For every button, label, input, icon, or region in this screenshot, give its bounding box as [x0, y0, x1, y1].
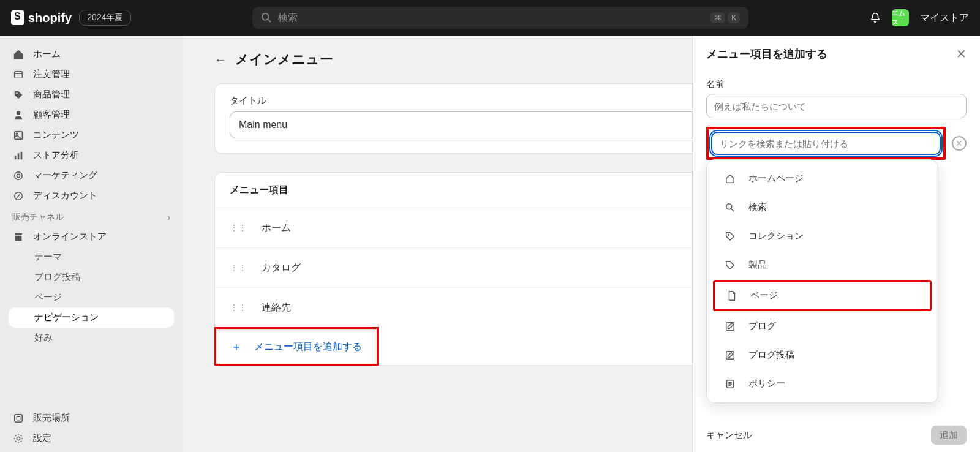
- drag-handle-icon[interactable]: ⋮⋮: [230, 263, 247, 273]
- panel-footer: キャンセル 追加: [693, 418, 980, 452]
- sidebar-item-label: ディスカウント: [33, 190, 97, 202]
- svg-point-3: [16, 92, 17, 94]
- avatar[interactable]: エムス: [892, 9, 909, 26]
- page-title: メインメニュー: [235, 50, 333, 69]
- search-placeholder: 検索: [278, 12, 298, 24]
- plus-icon: ＋: [231, 339, 242, 354]
- global-search[interactable]: 検索 ⌘ K: [252, 7, 748, 29]
- close-icon[interactable]: ✕: [956, 47, 967, 61]
- svg-rect-14: [17, 416, 20, 420]
- shopify-bag-icon: [11, 10, 24, 25]
- sidebar-item-customers[interactable]: 顧客管理: [0, 105, 183, 125]
- name-input[interactable]: [706, 94, 967, 118]
- sidebar-item-home[interactable]: ホーム: [0, 44, 183, 64]
- svg-line-17: [731, 208, 734, 211]
- link-input[interactable]: [711, 132, 941, 155]
- policy-icon: [724, 379, 736, 390]
- sidebar-item-marketing[interactable]: マーケティング: [0, 165, 183, 186]
- cancel-button[interactable]: キャンセル: [706, 426, 752, 445]
- drag-handle-icon[interactable]: ⋮⋮: [230, 303, 247, 312]
- shopify-logo[interactable]: shopify: [11, 10, 72, 25]
- sidebar: ホーム 注文管理 商品管理 顧客管理 コンテンツ ストア分析 マーケティング デ…: [0, 36, 183, 452]
- sales-channels-head[interactable]: 販売チャネル ›: [0, 206, 183, 227]
- tag-icon: [12, 89, 24, 100]
- add-menu-item-panel: メニュー項目を追加する ✕ 名前 ✕ ホームページ 検索 コレクション: [692, 36, 980, 452]
- sidebar-item-label: 顧客管理: [33, 109, 70, 121]
- sidebar-item-label: ストア分析: [33, 149, 79, 161]
- link-options-dropdown: ホームページ 検索 コレクション 製品 ページ ブログ: [706, 159, 938, 403]
- sidebar-item-label: 商品管理: [33, 89, 70, 100]
- product-icon: [724, 260, 736, 271]
- pos-icon: [12, 413, 24, 424]
- store-icon: [12, 232, 24, 243]
- sidebar-item-label: オンラインストア: [33, 231, 107, 243]
- content-icon: [12, 130, 24, 141]
- sidebar-item-label: 販売場所: [33, 412, 70, 424]
- sidebar-item-analytics[interactable]: ストア分析: [0, 145, 183, 165]
- sidebar-sub-blog[interactable]: ブログ投稿: [0, 267, 183, 287]
- sidebar-item-products[interactable]: 商品管理: [0, 85, 183, 105]
- svg-rect-8: [18, 153, 20, 159]
- brand-text: shopify: [28, 11, 72, 25]
- name-label: 名前: [706, 78, 967, 90]
- add-menu-item-button[interactable]: ＋ メニュー項目を追加する: [216, 329, 377, 364]
- clear-icon[interactable]: ✕: [952, 136, 967, 151]
- menu-row-label: 連絡先: [262, 301, 291, 314]
- blog-icon: [724, 321, 736, 332]
- sidebar-item-label: ホーム: [33, 48, 61, 60]
- kbd-k: K: [728, 12, 740, 23]
- panel-body: 名前 ✕ ホームページ 検索 コレクション 製品: [693, 72, 980, 418]
- sidebar-item-online-store[interactable]: オンラインストア: [0, 227, 183, 247]
- sidebar-item-content[interactable]: コンテンツ: [0, 125, 183, 145]
- add-button[interactable]: 追加: [931, 426, 967, 445]
- svg-point-11: [17, 174, 20, 177]
- menu-row-label: カタログ: [262, 262, 301, 274]
- svg-rect-2: [15, 71, 23, 78]
- sidebar-item-discounts[interactable]: ディスカウント: [0, 186, 183, 206]
- sidebar-item-label: コンテンツ: [33, 129, 79, 141]
- sidebar-item-settings[interactable]: 設定: [0, 428, 183, 448]
- drag-handle-icon[interactable]: ⋮⋮: [230, 223, 247, 233]
- sidebar-sub-pages[interactable]: ページ: [0, 287, 183, 307]
- sidebar-item-label: マーケティング: [33, 170, 97, 181]
- dd-option-blogs[interactable]: ブログ: [713, 312, 932, 340]
- store-name[interactable]: マイストア: [920, 12, 969, 24]
- back-arrow-icon[interactable]: ←: [214, 53, 227, 67]
- home-icon: [724, 173, 736, 184]
- svg-point-6: [16, 132, 18, 134]
- discount-icon: [12, 190, 24, 202]
- sidebar-item-orders[interactable]: 注文管理: [0, 64, 183, 85]
- season-badge[interactable]: 2024年夏: [79, 10, 131, 26]
- add-item-highlight: ＋ メニュー項目を追加する: [214, 327, 379, 366]
- topbar: shopify 2024年夏 検索 ⌘ K エムス マイストア: [0, 0, 980, 36]
- svg-rect-13: [15, 414, 23, 422]
- sidebar-sub-navigation[interactable]: ナビゲーション: [9, 307, 174, 328]
- dd-option-products[interactable]: 製品: [713, 251, 932, 279]
- svg-point-4: [17, 111, 20, 115]
- gear-icon: [12, 433, 24, 444]
- sidebar-item-label: 設定: [33, 432, 51, 444]
- search-shortcut: ⌘ K: [710, 12, 740, 23]
- kbd-cmd: ⌘: [710, 12, 725, 23]
- svg-line-1: [268, 20, 271, 23]
- target-icon: [12, 170, 24, 181]
- add-item-label: メニュー項目を追加する: [254, 341, 362, 353]
- orders-icon: [12, 69, 24, 80]
- sidebar-item-pos[interactable]: 販売場所: [0, 408, 183, 428]
- dd-option-blog-posts[interactable]: ブログ投稿: [713, 341, 932, 369]
- person-icon: [12, 110, 24, 121]
- chart-icon: [12, 150, 24, 161]
- svg-point-10: [15, 171, 23, 179]
- dd-option-collection[interactable]: コレクション: [713, 222, 932, 250]
- dd-option-homepage[interactable]: ホームページ: [713, 165, 932, 192]
- sidebar-sub-themes[interactable]: テーマ: [0, 247, 183, 267]
- bell-icon[interactable]: [870, 12, 881, 23]
- dd-option-policies[interactable]: ポリシー: [713, 370, 932, 397]
- svg-point-16: [726, 203, 732, 209]
- dd-option-pages[interactable]: ページ: [713, 280, 932, 311]
- section-title: 販売チャネル: [12, 212, 64, 223]
- svg-rect-20: [726, 351, 734, 359]
- sidebar-sub-preferences[interactable]: 好み: [0, 328, 183, 348]
- svg-point-18: [728, 234, 729, 235]
- dd-option-search[interactable]: 検索: [713, 194, 932, 221]
